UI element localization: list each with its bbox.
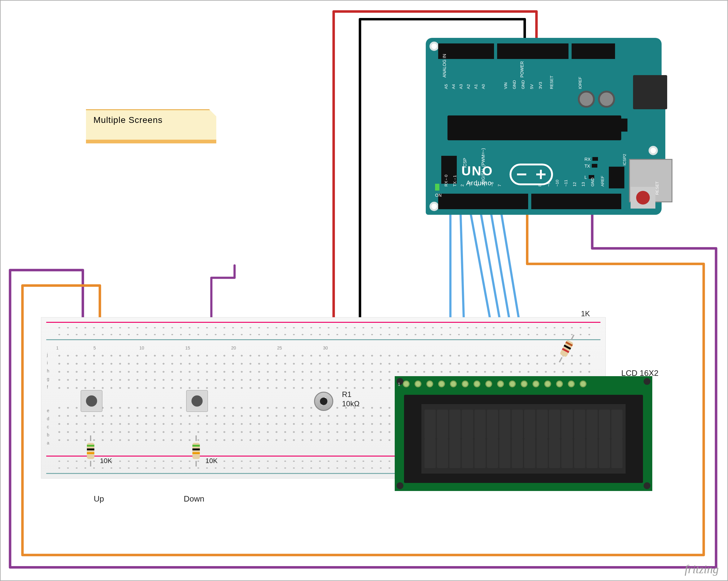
note-text: Multiple Screens <box>94 115 163 125</box>
resistor-up-10k[interactable] <box>87 440 94 462</box>
arduino-icsp-label: ICSP <box>462 158 467 168</box>
lcd-pin1-label: 1 <box>398 382 400 387</box>
resistor-down-label: 10K <box>205 457 217 465</box>
arduino-power-section-label: POWER <box>519 61 524 78</box>
lcd-16x2-module[interactable]: 1 <box>395 376 652 491</box>
resistor-down-10k[interactable] <box>192 440 200 462</box>
fritzing-watermark: fritzing <box>684 562 719 576</box>
arduino-header-power[interactable] <box>497 44 569 59</box>
arduino-rxtx-leds: RX TX L <box>584 156 598 181</box>
arduino-header-digital-low[interactable] <box>438 194 528 209</box>
potentiometer-r1[interactable] <box>314 392 333 411</box>
arduino-mcu-chip <box>447 116 621 140</box>
arduino-reset-button[interactable] <box>630 187 655 208</box>
arduino-header-ioref[interactable] <box>572 44 615 59</box>
lcd-screen <box>404 395 643 483</box>
resistor-up-label: 10K <box>100 457 112 465</box>
arduino-digital-section-label: DIGITAL (PWM=~) <box>481 148 486 184</box>
arduino-icsp2-header[interactable] <box>609 167 624 188</box>
pot-value-label: 10kΩ <box>342 399 360 408</box>
note-sticky[interactable]: Multiple Screens <box>86 109 216 143</box>
diagram-canvas: Multiple Screens UNO Arduino RESET ICSP2… <box>0 0 728 581</box>
arduino-icsp2-label: ICSP2 <box>623 154 627 166</box>
button-down-label: Down <box>184 494 204 504</box>
pot-ref-label: R1 <box>342 390 352 399</box>
arduino-header-digital-high[interactable] <box>531 194 621 209</box>
button-up-label: Up <box>94 494 104 504</box>
arduino-uno-board[interactable]: UNO Arduino RESET ICSP2 ICSP RX TX L ON … <box>426 38 661 215</box>
arduino-on-led: ON <box>435 184 442 198</box>
arduino-reset-label: RESET <box>655 182 659 195</box>
arduino-analog-section-label: ANALOG IN <box>442 54 447 78</box>
arduino-power-jack[interactable] <box>633 75 667 109</box>
resistor-1k-label: 1K <box>581 309 590 318</box>
pushbutton-down[interactable] <box>186 390 208 412</box>
lcd-label: LCD 16X2 <box>621 369 658 378</box>
lcd-pin-header[interactable] <box>403 380 587 387</box>
pushbutton-up[interactable] <box>81 390 102 412</box>
